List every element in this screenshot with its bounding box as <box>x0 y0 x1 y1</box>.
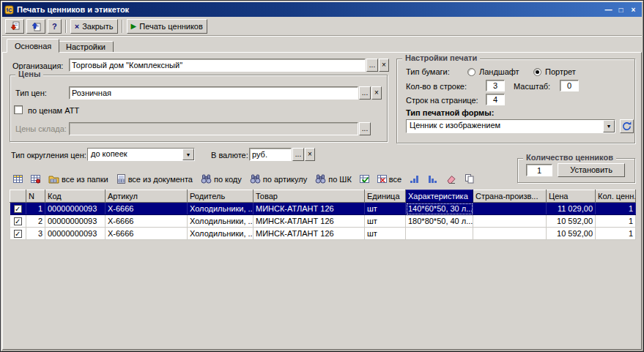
cell-unit[interactable]: шт <box>365 215 406 228</box>
portrait-radio[interactable] <box>533 68 541 76</box>
cell-characteristic[interactable] <box>406 228 473 240</box>
organization-select-button[interactable]: ... <box>366 59 378 72</box>
per-row-input[interactable] <box>486 80 505 91</box>
cell-qty[interactable]: 1 <box>596 215 636 228</box>
row-checkbox[interactable]: ✓ <box>14 205 22 213</box>
column-header-unit[interactable]: Единица <box>365 190 406 203</box>
cell-characteristic[interactable]: 180*80*50, 40 л... <box>406 215 473 228</box>
cell-country[interactable] <box>473 215 547 228</box>
cell-price[interactable]: 11 029,00 <box>547 203 596 215</box>
cell-n[interactable]: 2 <box>26 215 45 228</box>
cell-characteristic[interactable]: 140*60*50, 30 л... <box>406 203 473 215</box>
cell-article[interactable]: Х-6666 <box>106 215 188 228</box>
form-type-combobox[interactable]: Ценник с изображением ▼ <box>406 119 615 133</box>
scale-input[interactable] <box>560 80 579 91</box>
column-header-product[interactable]: Товар <box>253 190 365 203</box>
cell-qty[interactable]: 1 <box>596 228 636 240</box>
all-from-folder-button[interactable]: все из папки <box>45 171 112 187</box>
cell-price[interactable]: 10 592,00 <box>547 215 596 228</box>
column-header-price[interactable]: Цена <box>547 190 596 203</box>
table-row[interactable]: ✓ 2 00000000093 Х-6666 Холодильники, ...… <box>10 215 636 228</box>
cell-parent[interactable]: Холодильники, ... <box>188 228 253 240</box>
toolbar-separator <box>122 20 123 33</box>
save-settings-icon <box>10 21 20 31</box>
currency-input[interactable] <box>249 148 292 161</box>
form-type-value: Ценник с изображением <box>407 120 603 132</box>
restore-settings-button[interactable] <box>26 19 45 34</box>
landscape-radio[interactable] <box>467 68 475 76</box>
save-settings-button[interactable] <box>5 19 24 34</box>
price-type-clear-button[interactable]: × <box>371 86 382 100</box>
column-header-n[interactable]: N <box>26 190 45 203</box>
select-by-code-button[interactable]: по коду <box>197 171 245 187</box>
att-prices-checkbox[interactable] <box>14 105 23 114</box>
minimize-button[interactable]: — <box>602 4 615 15</box>
att-prices-label: по ценам АТТ <box>28 106 79 115</box>
cell-article[interactable]: Х-6666 <box>106 228 188 240</box>
column-header-code[interactable]: Код <box>45 190 106 203</box>
select-by-article-button[interactable]: по артикулу <box>246 171 311 187</box>
cell-parent[interactable]: Холодильники, ... <box>188 203 253 215</box>
warehouse-prices-select-button[interactable]: ... <box>359 122 371 135</box>
currency-select-button[interactable]: ... <box>292 148 304 161</box>
cell-n[interactable]: 3 <box>26 228 45 240</box>
cell-n[interactable]: 1 <box>26 203 45 215</box>
cell-code[interactable]: 00000000093 <box>45 228 106 240</box>
print-tags-button[interactable]: ▶ Печать ценников <box>127 19 207 34</box>
help-button[interactable]: ? <box>48 19 62 34</box>
copy-button[interactable] <box>461 171 478 187</box>
column-header-characteristic[interactable]: Характеристика <box>406 190 473 203</box>
rounding-label: Тип округления цен: <box>11 151 86 160</box>
chevron-down-icon[interactable]: ▼ <box>182 149 194 160</box>
cell-unit[interactable]: шт <box>365 228 406 240</box>
table-row[interactable]: ✓ 1 00000000093 Х-6666 Холодильники, ...… <box>10 203 636 215</box>
close-form-button[interactable]: × Закрыть <box>70 19 118 34</box>
set-quantity-button[interactable]: Установить <box>558 163 625 177</box>
fill-table-options-button[interactable] <box>27 171 44 187</box>
cell-qty[interactable]: 1 <box>596 203 636 215</box>
warehouse-prices-input <box>69 122 358 135</box>
uncheck-all-button[interactable]: все <box>374 171 405 187</box>
cell-unit[interactable]: шт <box>365 203 406 215</box>
sort-descending-button[interactable] <box>424 171 442 187</box>
organization-clear-button[interactable]: × <box>379 59 389 72</box>
clear-list-button[interactable] <box>443 171 460 187</box>
table-row[interactable]: ✓ 3 00000000093 Х-6666 Холодильники, ...… <box>10 228 636 240</box>
row-checkbox[interactable]: ✓ <box>14 230 22 238</box>
toolbar-separator <box>65 20 67 33</box>
tab-settings[interactable]: Настройки <box>58 41 114 53</box>
fill-table-button[interactable] <box>10 171 26 187</box>
column-header-qty[interactable]: Кол. ценн... <box>596 190 636 203</box>
currency-clear-button[interactable]: × <box>305 148 315 161</box>
rows-per-page-input[interactable] <box>486 94 505 105</box>
chevron-down-icon[interactable]: ▼ <box>603 120 615 132</box>
maximize-button[interactable]: □ <box>615 4 627 15</box>
column-header-parent[interactable]: Родитель <box>188 190 253 203</box>
cell-code[interactable]: 00000000093 <box>45 215 106 228</box>
quantity-input[interactable] <box>526 164 552 176</box>
all-from-document-button[interactable]: все из документа <box>113 171 196 187</box>
cell-code[interactable]: 00000000093 <box>45 203 106 215</box>
cell-price[interactable]: 10 592,00 <box>547 228 596 240</box>
cell-product[interactable]: МИНСК-АТЛАНТ 126 <box>253 203 365 215</box>
refresh-form-list-button[interactable] <box>620 119 634 133</box>
cell-country[interactable] <box>473 203 547 215</box>
close-window-button[interactable]: × <box>627 4 640 15</box>
row-checkbox[interactable]: ✓ <box>14 217 22 225</box>
price-type-input[interactable] <box>69 86 358 100</box>
select-by-barcode-button[interactable]: по ШК <box>311 171 355 187</box>
cell-parent[interactable]: Холодильники, ... <box>188 215 253 228</box>
sort-ascending-button[interactable] <box>406 171 423 187</box>
column-header-country[interactable]: Страна-произв... <box>473 190 547 203</box>
check-all-button[interactable] <box>356 171 373 187</box>
cell-product[interactable]: МИНСК-АТЛАНТ 126 <box>253 215 365 228</box>
cell-country[interactable] <box>473 228 547 240</box>
rounding-combobox[interactable]: до копеек ▼ <box>87 148 195 161</box>
column-header-select[interactable] <box>10 190 26 203</box>
cell-article[interactable]: Х-6666 <box>106 203 188 215</box>
tab-main[interactable]: Основная <box>7 39 59 53</box>
column-header-article[interactable]: Артикул <box>106 190 188 203</box>
organization-input[interactable] <box>69 59 366 72</box>
price-type-select-button[interactable]: ... <box>359 86 371 100</box>
cell-product[interactable]: МИНСК-АТЛАНТ 126 <box>253 228 365 240</box>
